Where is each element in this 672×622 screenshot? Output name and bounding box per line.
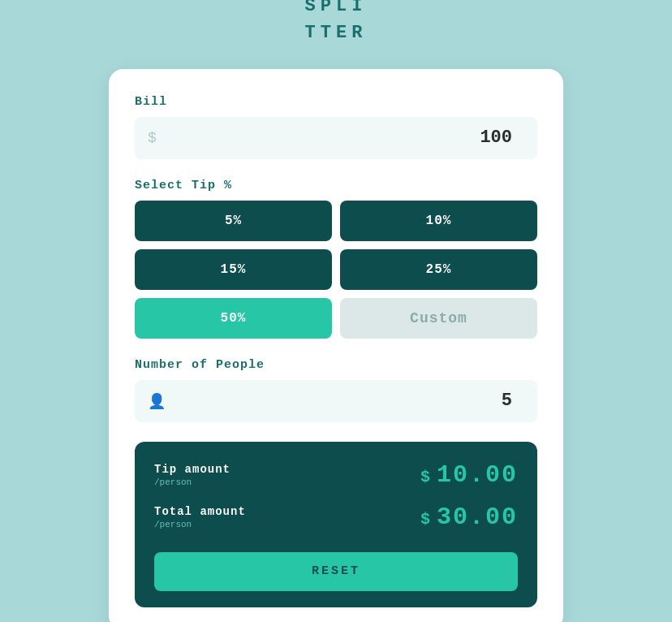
people-input[interactable] [172, 391, 524, 411]
tip-grid: 5% 10% 15% 25% 50% Custom [135, 201, 537, 339]
tip-5-button[interactable]: 5% [135, 201, 332, 241]
app-title: SPLI TTER [305, 0, 368, 46]
tip-15-button[interactable]: 15% [135, 249, 332, 290]
tip-per-person: /person [154, 477, 230, 487]
bill-input-wrapper: $ [135, 117, 537, 159]
total-label-block: Total amount /person [154, 505, 246, 529]
total-amount-label: Total amount [154, 505, 246, 518]
tip-result-row: Tip amount /person $10.00 [154, 461, 518, 489]
total-amount-value: 30.00 [437, 503, 518, 531]
bill-input[interactable] [163, 127, 524, 148]
dollar-prefix: $ [148, 130, 157, 146]
total-result-row: Total amount /person $30.00 [154, 503, 518, 531]
tip-value: $10.00 [420, 461, 518, 489]
tip-10-button[interactable]: 10% [340, 201, 537, 241]
tip-section-label: Select Tip % [135, 179, 537, 192]
tip-dollar-sign: $ [420, 468, 432, 486]
tip-50-button[interactable]: 50% [135, 298, 332, 339]
total-value: $30.00 [420, 503, 518, 531]
main-card: Bill $ Select Tip % 5% 10% 15% 25% 50% C… [109, 69, 563, 623]
tip-amount-value: 10.00 [437, 461, 518, 489]
total-per-person: /person [154, 520, 246, 529]
tip-25-button[interactable]: 25% [340, 249, 537, 290]
results-card: Tip amount /person $10.00 Total amount /… [135, 442, 537, 607]
reset-button[interactable]: RESET [154, 552, 518, 591]
bill-label: Bill [135, 95, 537, 109]
people-label: Number of People [135, 358, 537, 372]
total-dollar-sign: $ [420, 510, 432, 529]
tip-custom-button[interactable]: Custom [340, 298, 537, 339]
tip-label-block: Tip amount /person [154, 463, 230, 487]
people-input-wrapper: 👤 [135, 380, 537, 422]
person-icon: 👤 [148, 392, 166, 410]
tip-amount-label: Tip amount [154, 463, 230, 476]
